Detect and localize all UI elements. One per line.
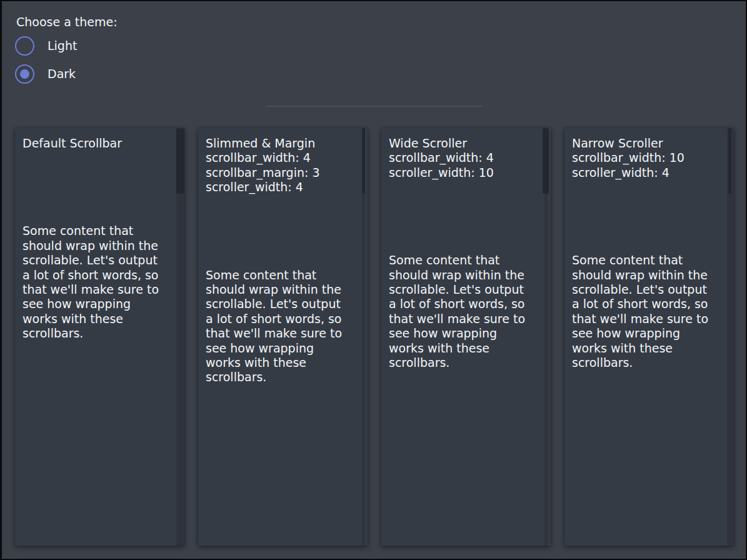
panel-title: Slimmed & Margin scrollbar_width: 4 scro…	[206, 136, 359, 195]
panel-body: Wide Scroller scrollbar_width: 4 scrolle…	[381, 128, 551, 378]
spacer	[389, 180, 543, 253]
theme-chooser-label: Choose a theme:	[16, 15, 118, 29]
scroll-panel-slimmed-margin[interactable]: Slimmed & Margin scrollbar_width: 4 scro…	[198, 128, 368, 546]
radio-light-circle-icon[interactable]	[15, 36, 34, 56]
panel-title: Default Scrollbar	[23, 136, 176, 151]
app-window: Choose a theme: Light Dark Default Scrol…	[0, 0, 747, 560]
panel-content: Some content that should wrap within the…	[572, 253, 725, 370]
radio-option-dark[interactable]: Dark	[15, 64, 76, 84]
panel-content: Some content that should wrap within the…	[23, 224, 176, 341]
panel-title: Wide Scroller scrollbar_width: 4 scrolle…	[389, 136, 542, 180]
panel-title: Narrow Scroller scrollbar_width: 10 scro…	[572, 136, 725, 180]
panel-content: Some content that should wrap within the…	[206, 268, 359, 385]
panel-body: Default Scrollbar Some content that shou…	[15, 128, 184, 349]
panel-body: Slimmed & Margin scrollbar_width: 4 scro…	[198, 128, 368, 393]
panel-content: Some content that should wrap within the…	[389, 253, 542, 370]
scrollbar-thumb[interactable]	[728, 128, 731, 194]
spacer	[206, 195, 360, 268]
spacer	[23, 151, 177, 224]
scrollbar-thumb[interactable]	[362, 128, 365, 194]
spacer	[572, 180, 726, 253]
radio-dark-circle-icon[interactable]	[15, 64, 34, 84]
scroll-panel-wide-scroller[interactable]: Wide Scroller scrollbar_width: 4 scrolle…	[381, 128, 551, 546]
radio-light-label: Light	[48, 39, 77, 53]
radio-selected-dot-icon	[20, 69, 29, 79]
scrollbar-thumb[interactable]	[543, 128, 549, 194]
scrollbar-thumb[interactable]	[176, 128, 184, 194]
divider	[266, 106, 483, 107]
radio-dark-label: Dark	[48, 67, 76, 81]
scroll-panel-default-scrollbar[interactable]: Default Scrollbar Some content that shou…	[15, 128, 184, 546]
scroll-panel-narrow-scroller[interactable]: Narrow Scroller scrollbar_width: 10 scro…	[564, 128, 734, 546]
radio-option-light[interactable]: Light	[15, 36, 77, 56]
scrollable-panels: Default Scrollbar Some content that shou…	[15, 128, 734, 546]
panel-body: Narrow Scroller scrollbar_width: 10 scro…	[564, 128, 734, 378]
